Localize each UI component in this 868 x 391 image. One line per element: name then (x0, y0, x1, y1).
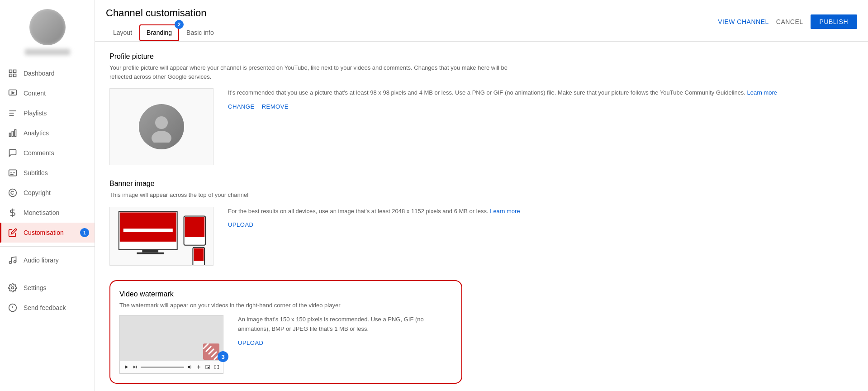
sidebar: Dashboard Content Playlists Analytics Co… (0, 0, 95, 391)
svg-rect-32 (137, 252, 163, 254)
profile-picture-info-text: It's recommended that you use a picture … (228, 88, 854, 98)
cancel-button[interactable]: CANCEL (776, 18, 803, 25)
settings-ctrl[interactable] (195, 363, 202, 371)
profile-picture-info: It's recommended that you use a picture … (228, 88, 854, 110)
sidebar-label-dashboard: Dashboard (24, 70, 87, 77)
tab-basic-info[interactable]: Basic info (179, 24, 221, 42)
comments-icon (7, 148, 18, 158)
sidebar-nav: Dashboard Content Playlists Analytics Co… (0, 60, 95, 391)
settings-icon (7, 282, 18, 293)
tab-layout[interactable]: Layout (106, 24, 139, 42)
sidebar-item-dashboard[interactable]: Dashboard (0, 63, 95, 83)
profile-picture-section: Profile picture Your profile picture wil… (109, 52, 854, 165)
sidebar-label-analytics: Analytics (24, 129, 87, 137)
change-button[interactable]: CHANGE (228, 103, 255, 110)
avatar (29, 9, 66, 45)
banner-image-section: Banner image This image will appear acro… (109, 180, 854, 266)
profile-picture-actions: CHANGE REMOVE (228, 103, 854, 110)
watermark-icon-preview (203, 343, 219, 360)
volume-ctrl[interactable] (186, 363, 193, 371)
customisation-icon (7, 227, 18, 238)
video-watermark-info: An image that's 150 x 150 pixels is reco… (238, 315, 452, 346)
header-actions: VIEW CHANNEL CANCEL PUBLISH (718, 14, 857, 34)
profile-picture-preview (109, 88, 213, 165)
active-indicator (0, 223, 1, 243)
page-title: Channel customisation (106, 7, 221, 19)
skip-button-ctrl[interactable] (132, 363, 139, 371)
banner-upload-button[interactable]: UPLOAD (228, 221, 253, 228)
sidebar-label-send-feedback: Send feedback (24, 304, 87, 311)
avatar-section (0, 0, 95, 60)
svg-point-20 (12, 287, 14, 289)
sidebar-item-subtitles[interactable]: Subtitles (0, 163, 95, 183)
nav-divider (0, 246, 95, 247)
svg-rect-29 (123, 229, 173, 232)
svg-rect-9 (9, 133, 11, 137)
sidebar-item-content[interactable]: Content (0, 83, 95, 103)
remove-button[interactable]: REMOVE (262, 103, 289, 110)
tab-branding[interactable]: Branding 2 (139, 24, 179, 41)
sidebar-item-audio-library[interactable]: Audio library (0, 250, 95, 270)
svg-marker-46 (188, 365, 190, 369)
sidebar-label-monetisation: Monetisation (24, 209, 87, 216)
sidebar-label-content: Content (24, 90, 87, 97)
svg-point-47 (198, 367, 199, 368)
stripes-svg (203, 343, 219, 360)
publish-button[interactable]: PUBLISH (811, 14, 857, 29)
audio-library-icon (7, 255, 18, 266)
sidebar-item-analytics[interactable]: Analytics (0, 123, 95, 143)
sidebar-item-copyright[interactable]: Copyright (0, 183, 95, 203)
svg-rect-49 (208, 367, 209, 368)
svg-rect-28 (123, 216, 173, 227)
nav-divider-2 (0, 274, 95, 274)
play-button-ctrl[interactable] (123, 363, 130, 371)
profile-picture-title: Profile picture (109, 52, 854, 61)
watermark-upload-button[interactable]: UPLOAD (238, 339, 263, 346)
copyright-icon (7, 187, 18, 198)
tabs-bar: Layout Branding 2 Basic info (106, 24, 221, 41)
svg-marker-44 (133, 366, 136, 368)
page-header: Channel customisation Layout Branding 2 … (95, 0, 868, 42)
svg-rect-3 (9, 74, 12, 77)
analytics-icon (7, 128, 18, 138)
channel-name (25, 49, 70, 55)
banner-image-info-text: For the best results on all devices, use… (228, 207, 854, 216)
svg-rect-34 (185, 217, 205, 237)
sidebar-label-settings: Settings (24, 284, 87, 291)
watermark-badge: 3 (218, 351, 228, 362)
banner-image-content: For the best results on all devices, use… (109, 207, 854, 266)
svg-marker-5 (12, 92, 14, 94)
sidebar-item-send-feedback[interactable]: Send feedback (0, 298, 95, 318)
svg-rect-1 (14, 70, 16, 73)
sidebar-item-customisation[interactable]: Customisation 1 (0, 223, 95, 243)
video-watermark-info-text: An image that's 150 x 150 pixels is reco… (238, 315, 452, 334)
content-icon (7, 88, 18, 99)
sidebar-item-comments[interactable]: Comments (0, 143, 95, 163)
video-controls (120, 361, 223, 373)
profile-picture-content: It's recommended that you use a picture … (109, 88, 854, 165)
video-watermark-section: Video watermark The watermark will appea… (109, 280, 462, 384)
svg-rect-0 (9, 70, 12, 73)
svg-rect-36 (194, 248, 204, 261)
miniplayer-ctrl[interactable] (204, 363, 211, 371)
banner-image-learn-more[interactable]: Learn more (490, 208, 520, 215)
profile-picture-learn-more[interactable]: Learn more (747, 89, 777, 96)
fullscreen-ctrl[interactable] (213, 363, 220, 371)
svg-point-18 (9, 262, 12, 264)
svg-point-24 (155, 116, 168, 129)
svg-point-19 (14, 261, 16, 263)
sidebar-label-customisation: Customisation (24, 229, 87, 236)
svg-rect-30 (123, 233, 173, 237)
svg-point-16 (9, 189, 17, 197)
sidebar-item-playlists[interactable]: Playlists (0, 103, 95, 123)
sidebar-item-settings[interactable]: Settings (0, 278, 95, 298)
view-channel-button[interactable]: VIEW CHANNEL (718, 18, 769, 25)
profile-picture-image (139, 104, 184, 149)
svg-rect-31 (142, 249, 158, 252)
tab-badge-2: 2 (175, 20, 184, 29)
sidebar-label-copyright: Copyright (24, 189, 87, 196)
sidebar-label-subtitles: Subtitles (24, 169, 87, 176)
sidebar-label-comments: Comments (24, 149, 87, 157)
sidebar-item-monetisation[interactable]: Monetisation (0, 203, 95, 223)
header-left: Channel customisation Layout Branding 2 … (106, 7, 221, 41)
